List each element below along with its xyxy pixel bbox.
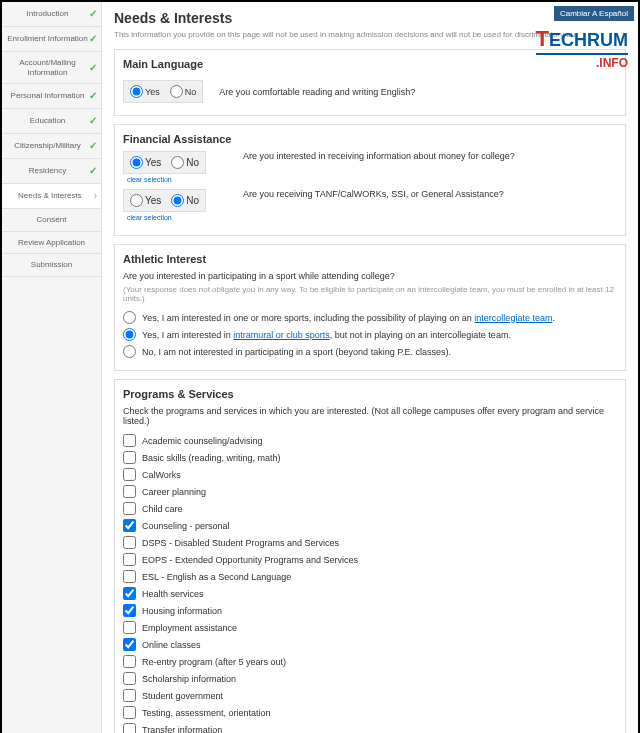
- check-icon: ✓: [89, 140, 97, 152]
- section-title: Athletic Interest: [123, 253, 617, 265]
- fin-q2-yes[interactable]: Yes: [130, 194, 161, 207]
- program-checkbox-item[interactable]: Student government: [123, 689, 617, 702]
- program-label: Scholarship information: [142, 674, 236, 684]
- sidebar-item-label: Needs & Interests: [6, 191, 94, 201]
- program-checkbox[interactable]: [123, 587, 136, 600]
- program-checkbox[interactable]: [123, 672, 136, 685]
- program-checkbox-item[interactable]: Health services: [123, 587, 617, 600]
- sidebar-item[interactable]: Residency✓: [2, 159, 101, 184]
- program-label: CalWorks: [142, 470, 181, 480]
- program-checkbox[interactable]: [123, 468, 136, 481]
- program-checkbox[interactable]: [123, 621, 136, 634]
- sidebar-item[interactable]: Education✓: [2, 109, 101, 134]
- sidebar-item[interactable]: Submission: [2, 254, 101, 277]
- page-title: Needs & Interests: [114, 10, 626, 26]
- section-title: Financial Assistance: [123, 133, 617, 145]
- program-checkbox-item[interactable]: Transfer information: [123, 723, 617, 733]
- intramural-link[interactable]: intramural or club sports: [233, 330, 330, 340]
- sidebar: Introduction✓Enrollment Information✓Acco…: [2, 2, 102, 733]
- program-checkbox-item[interactable]: Academic counseling/advising: [123, 434, 617, 447]
- main-content: Cambiar A Español Needs & Interests This…: [102, 2, 638, 733]
- intercollegiate-link[interactable]: intercollegiate team: [474, 313, 552, 323]
- sidebar-item[interactable]: Enrollment Information✓: [2, 27, 101, 52]
- program-checkbox[interactable]: [123, 536, 136, 549]
- sidebar-item[interactable]: Review Application: [2, 232, 101, 255]
- sidebar-item[interactable]: Personal Information✓: [2, 84, 101, 109]
- program-label: Testing, assessment, orientation: [142, 708, 271, 718]
- program-checkbox-item[interactable]: Housing information: [123, 604, 617, 617]
- sidebar-item[interactable]: Introduction✓: [2, 2, 101, 27]
- fin-q1-yes[interactable]: Yes: [130, 156, 161, 169]
- program-label: Counseling - personal: [142, 521, 230, 531]
- check-icon: ✓: [89, 8, 97, 20]
- program-checkbox[interactable]: [123, 434, 136, 447]
- fin-q1-no[interactable]: No: [171, 156, 199, 169]
- program-checkbox-item[interactable]: Scholarship information: [123, 672, 617, 685]
- sidebar-item[interactable]: Needs & Interests›: [2, 184, 101, 209]
- check-icon: ✓: [89, 62, 97, 74]
- program-checkbox[interactable]: [123, 604, 136, 617]
- current-arrow-icon: ›: [94, 190, 97, 202]
- program-label: Health services: [142, 589, 204, 599]
- athletic-opt2[interactable]: Yes, I am interested in intramural or cl…: [123, 328, 617, 341]
- program-checkbox-item[interactable]: Testing, assessment, orientation: [123, 706, 617, 719]
- program-checkbox[interactable]: [123, 723, 136, 733]
- program-label: Child care: [142, 504, 183, 514]
- program-checkbox[interactable]: [123, 689, 136, 702]
- program-checkbox[interactable]: [123, 502, 136, 515]
- program-label: Re-entry program (after 5 years out): [142, 657, 286, 667]
- program-checkbox-item[interactable]: Employment assistance: [123, 621, 617, 634]
- techrum-logo: TECHRUM .INFO: [536, 26, 628, 70]
- fin-q2-no[interactable]: No: [171, 194, 199, 207]
- program-checkbox[interactable]: [123, 485, 136, 498]
- programs-desc: Check the programs and services in which…: [123, 406, 617, 426]
- program-label: Employment assistance: [142, 623, 237, 633]
- program-checkbox-item[interactable]: EOPS - Extended Opportunity Programs and…: [123, 553, 617, 566]
- sidebar-item[interactable]: Citizenship/Military✓: [2, 134, 101, 159]
- sidebar-item-label: Review Application: [6, 238, 97, 248]
- program-checkbox-item[interactable]: Career planning: [123, 485, 617, 498]
- mainlang-no[interactable]: No: [170, 85, 197, 98]
- check-icon: ✓: [89, 115, 97, 127]
- clear-selection-link[interactable]: clear selection: [127, 176, 243, 183]
- sidebar-item-label: Personal Information: [6, 91, 89, 101]
- section-title: Programs & Services: [123, 388, 617, 400]
- program-checkbox[interactable]: [123, 451, 136, 464]
- program-label: Transfer information: [142, 725, 222, 734]
- fin-q2: Are you receiving TANF/CalWORKs, SSI, or…: [243, 189, 504, 199]
- sidebar-item-label: Citizenship/Military: [6, 141, 89, 151]
- sidebar-item[interactable]: Account/Mailing Information✓: [2, 52, 101, 84]
- program-label: Career planning: [142, 487, 206, 497]
- program-checkbox-item[interactable]: Child care: [123, 502, 617, 515]
- sidebar-item-label: Introduction: [6, 9, 89, 19]
- program-label: EOPS - Extended Opportunity Programs and…: [142, 555, 358, 565]
- cambiar-espanol-button[interactable]: Cambiar A Español: [554, 6, 634, 21]
- program-checkbox[interactable]: [123, 706, 136, 719]
- program-checkbox-item[interactable]: CalWorks: [123, 468, 617, 481]
- athletic-note: (Your response does not obligate you in …: [123, 285, 617, 303]
- program-label: Housing information: [142, 606, 222, 616]
- check-icon: ✓: [89, 90, 97, 102]
- program-checkbox[interactable]: [123, 638, 136, 651]
- program-label: ESL - English as a Second Language: [142, 572, 291, 582]
- sidebar-item-label: Submission: [6, 260, 97, 270]
- clear-selection-link[interactable]: clear selection: [127, 214, 243, 221]
- program-checkbox-item[interactable]: ESL - English as a Second Language: [123, 570, 617, 583]
- mainlang-yes[interactable]: Yes: [130, 85, 160, 98]
- program-checkbox-item[interactable]: Re-entry program (after 5 years out): [123, 655, 617, 668]
- sidebar-item-label: Enrollment Information: [6, 34, 89, 44]
- sidebar-item[interactable]: Consent: [2, 209, 101, 232]
- sidebar-item-label: Residency: [6, 166, 89, 176]
- program-checkbox-item[interactable]: DSPS - Disabled Student Programs and Ser…: [123, 536, 617, 549]
- program-checkbox-item[interactable]: Counseling - personal: [123, 519, 617, 532]
- program-checkbox[interactable]: [123, 570, 136, 583]
- program-checkbox[interactable]: [123, 655, 136, 668]
- program-checkbox-item[interactable]: Basic skills (reading, writing, math): [123, 451, 617, 464]
- program-label: Basic skills (reading, writing, math): [142, 453, 281, 463]
- program-checkbox-item[interactable]: Online classes: [123, 638, 617, 651]
- athletic-opt1[interactable]: Yes, I am interested in one or more spor…: [123, 311, 617, 324]
- program-label: Online classes: [142, 640, 201, 650]
- program-checkbox[interactable]: [123, 519, 136, 532]
- athletic-opt3[interactable]: No, I am not interested in participating…: [123, 345, 617, 358]
- program-checkbox[interactable]: [123, 553, 136, 566]
